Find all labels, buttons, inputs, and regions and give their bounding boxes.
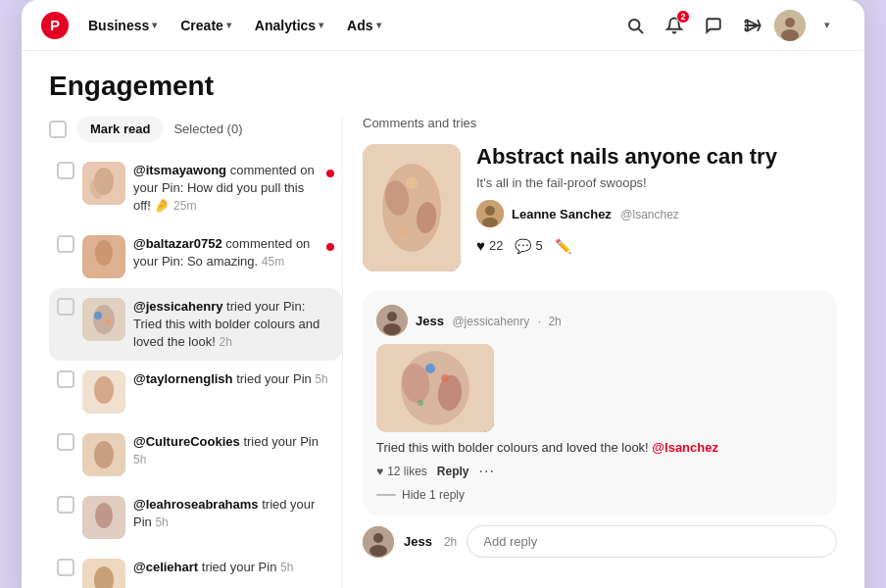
chevron-down-icon: ▾ <box>152 20 157 30</box>
svg-point-40 <box>418 400 423 406</box>
svg-point-13 <box>105 318 111 324</box>
notif-checkbox-5[interactable] <box>57 433 74 451</box>
chevron-down-icon: ▾ <box>226 20 231 30</box>
svg-point-43 <box>369 545 387 557</box>
reply-button[interactable]: Reply <box>437 465 469 478</box>
comment-mention[interactable]: @lsanchez <box>652 440 718 455</box>
hide-reply-toggle[interactable]: Hide 1 reply <box>376 488 823 502</box>
svg-point-29 <box>485 206 495 216</box>
pin-image <box>363 144 461 271</box>
reply-row: Jess 2h <box>363 525 837 558</box>
notif-checkbox-7[interactable] <box>57 559 74 576</box>
comment-time: · <box>538 315 545 328</box>
comment-header: Jess @jessicahenry · 2h <box>376 305 823 336</box>
pin-description: It's all in the fail-proof swoops! <box>476 175 837 190</box>
svg-point-9 <box>95 240 113 266</box>
notif-text-1: @itsmayawong commented on your Pin: How … <box>133 162 319 216</box>
notif-checkbox-6[interactable] <box>57 496 74 514</box>
notif-text-6: @leahroseabrahams tried your Pin 5h <box>133 496 334 531</box>
commenter-avatar <box>376 305 408 336</box>
pinterest-logo[interactable]: P <box>41 12 69 39</box>
notification-item-7[interactable]: @celiehart tried your Pin 5h <box>49 549 342 588</box>
notif-thumb-5 <box>82 433 125 476</box>
heart-icon: ♥ <box>476 237 485 254</box>
comment-image <box>376 344 494 432</box>
notif-thumb-4 <box>82 370 125 414</box>
user-avatar[interactable] <box>774 10 806 41</box>
toolbar: Mark read Selected (0) <box>49 116 342 152</box>
notif-checkbox-1[interactable] <box>57 162 74 179</box>
notif-thumb-7 <box>82 559 125 588</box>
notif-text-7: @celiehart tried your Pin 5h <box>133 559 334 576</box>
svg-point-19 <box>95 503 113 528</box>
top-nav: P Business ▾ Create ▾ Analytics ▾ Ads ▾ … <box>22 0 864 51</box>
pin-info: Abstract nails anyone can try It's all i… <box>476 144 837 271</box>
edit-button[interactable]: ✏️ <box>555 238 571 254</box>
notif-text-2: @baltazar0752 commented on your Pin: So … <box>133 235 319 270</box>
comment-timestamp: 2h <box>548 315 561 328</box>
nav-business[interactable]: Business ▾ <box>78 12 167 39</box>
hide-line-icon <box>376 494 396 496</box>
page-title: Engagement <box>49 51 837 116</box>
nav-ads[interactable]: Ads ▾ <box>337 12 390 39</box>
search-button[interactable] <box>617 8 653 43</box>
pin-stats: ♥ 22 💬 5 ✏️ <box>476 237 837 254</box>
comment-like[interactable]: ♥ 12 likes <box>376 465 427 478</box>
notification-item-5[interactable]: @CultureCookies tried your Pin 5h <box>49 423 342 486</box>
notif-thumb-2 <box>82 235 125 278</box>
like-count: ♥ 22 <box>476 237 503 254</box>
chevron-down-icon: ▾ <box>319 20 323 30</box>
right-panel: Comments and tries A <box>343 116 837 588</box>
reply-input[interactable] <box>467 525 837 558</box>
notif-text-4: @taylornenglish tried your Pin 5h <box>133 370 334 388</box>
chevron-down-icon: ▾ <box>376 20 381 30</box>
pin-card: Abstract nails anyone can try It's all i… <box>363 144 837 271</box>
left-panel: Mark read Selected (0) @itsmayawong comm… <box>49 116 343 588</box>
pin-author: Leanne Sanchez @lsanchez <box>476 200 837 227</box>
notif-thumb-6 <box>82 496 125 539</box>
nav-create[interactable]: Create ▾ <box>171 12 241 39</box>
select-all-checkbox[interactable] <box>49 121 67 138</box>
notif-thumb-1 <box>82 162 125 205</box>
comment-text: Tried this with bolder colours and loved… <box>376 440 823 455</box>
pin-title: Abstract nails anyone can try <box>476 144 837 170</box>
pencil-icon[interactable]: ✏️ <box>555 238 571 254</box>
svg-point-17 <box>94 441 114 468</box>
notifications-button[interactable]: 2 <box>657 8 692 43</box>
notif-checkbox-3[interactable] <box>57 298 74 316</box>
messages-button[interactable] <box>696 8 731 43</box>
svg-point-33 <box>383 323 401 335</box>
svg-point-32 <box>387 312 397 321</box>
nav-icons: 2 ▾ <box>617 8 845 43</box>
more-options-button[interactable]: ··· <box>479 463 495 480</box>
notif-thumb-3 <box>82 298 125 341</box>
author-handle: @lsanchez <box>620 208 679 221</box>
comment-bubble-icon: 💬 <box>515 238 531 254</box>
commenter-name: Jess <box>416 314 444 328</box>
selected-label: Selected (0) <box>173 122 242 136</box>
notif-dot-2 <box>326 243 334 251</box>
account-chevron[interactable]: ▾ <box>810 8 845 43</box>
comment-section: Jess @jessicahenry · 2h <box>363 291 837 515</box>
svg-point-26 <box>406 177 418 189</box>
mark-read-button[interactable]: Mark read <box>76 116 164 142</box>
notification-item-2[interactable]: @baltazar0752 commented on your Pin: So … <box>49 225 342 288</box>
comment-actions: ♥ 12 likes Reply ··· <box>376 463 823 480</box>
svg-point-38 <box>425 364 435 373</box>
svg-point-4 <box>781 29 799 41</box>
reply-time: 2h <box>444 535 457 549</box>
notification-item-3[interactable]: @jessicahenry tried your Pin: Tried this… <box>49 288 342 362</box>
comments-tabs-label: Comments and tries <box>363 116 837 130</box>
notif-checkbox-2[interactable] <box>57 235 74 253</box>
svg-point-12 <box>94 312 102 319</box>
comment-handle: @jessicahenry <box>452 315 529 328</box>
notification-item-6[interactable]: @leahroseabrahams tried your Pin 5h <box>49 486 342 549</box>
heart-filled-icon: ♥ <box>376 465 383 478</box>
svg-point-42 <box>373 533 383 543</box>
notification-item-1[interactable]: @itsmayawong commented on your Pin: How … <box>49 152 342 225</box>
notif-checkbox-4[interactable] <box>57 370 74 388</box>
notification-item-4[interactable]: @taylornenglish tried your Pin 5h <box>49 361 342 423</box>
page-content: Engagement Mark read Selected (0) @itsma… <box>22 51 864 588</box>
megaphone-button[interactable] <box>735 8 770 43</box>
nav-analytics[interactable]: Analytics ▾ <box>245 12 333 39</box>
